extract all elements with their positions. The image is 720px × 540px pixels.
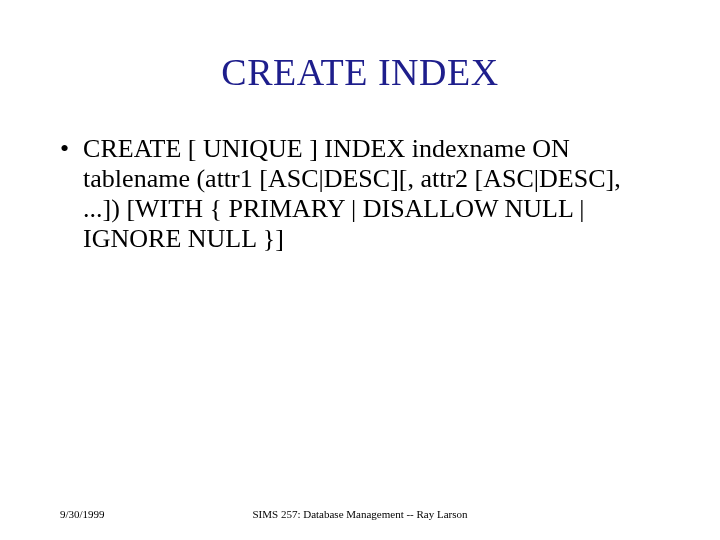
slide-footer: 9/30/1999 SIMS 257: Database Management …: [0, 508, 720, 520]
bullet-marker: •: [60, 134, 69, 164]
bullet-text: CREATE [ UNIQUE ] INDEX indexname ON tab…: [83, 134, 660, 254]
footer-course: SIMS 257: Database Management -- Ray Lar…: [252, 508, 467, 520]
slide-body: • CREATE [ UNIQUE ] INDEX indexname ON t…: [60, 134, 660, 254]
slide-container: CREATE INDEX • CREATE [ UNIQUE ] INDEX i…: [0, 0, 720, 540]
footer-date: 9/30/1999: [60, 508, 105, 520]
bullet-item: • CREATE [ UNIQUE ] INDEX indexname ON t…: [84, 134, 660, 254]
slide-title: CREATE INDEX: [60, 50, 660, 94]
